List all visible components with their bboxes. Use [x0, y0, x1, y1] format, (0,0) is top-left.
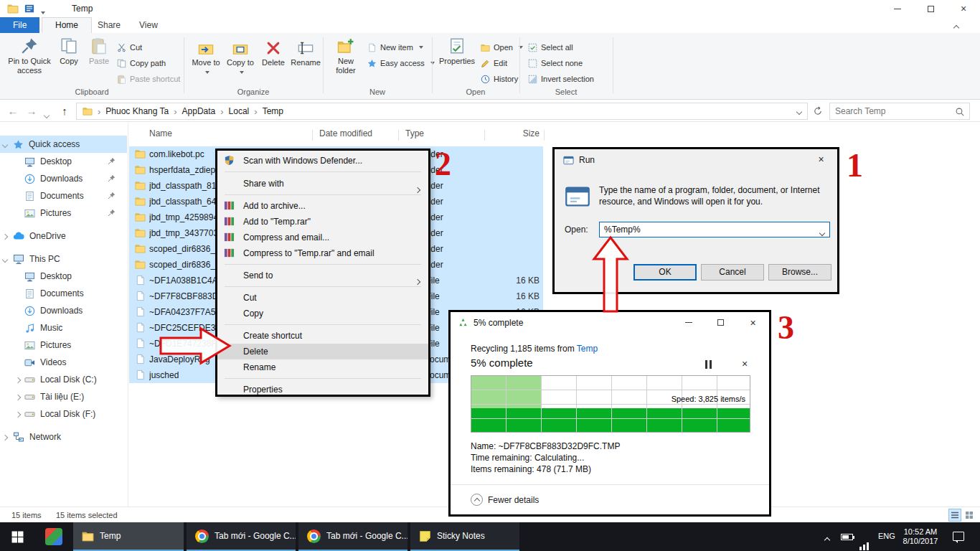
- sidebar-item-quick-access[interactable]: Quick access: [0, 136, 127, 153]
- run-command-combobox[interactable]: [599, 222, 830, 237]
- breadcrumb-segment[interactable]: AppData: [182, 106, 216, 116]
- sidebar-item-network[interactable]: Network: [0, 428, 127, 446]
- cut-button[interactable]: Cut: [117, 40, 142, 55]
- new-item-button[interactable]: New item: [367, 40, 423, 55]
- sidebar-item-pc-downloads[interactable]: Downloads: [0, 302, 127, 319]
- breadcrumb-segment[interactable]: Temp: [263, 106, 283, 116]
- menu-item-share-with[interactable]: Share with: [217, 176, 428, 192]
- sidebar-item-downloads[interactable]: Downloads: [0, 170, 127, 187]
- column-header-name[interactable]: Name: [149, 128, 172, 138]
- menu-item-delete[interactable]: Delete: [217, 344, 428, 359]
- forward-button[interactable]: →: [23, 103, 40, 120]
- clock[interactable]: 10:52 AM 8/10/2017: [897, 527, 944, 546]
- cancel-button[interactable]: Cancel: [701, 264, 764, 281]
- chevron-right-icon[interactable]: [16, 392, 20, 402]
- column-divider[interactable]: [398, 130, 399, 141]
- edit-button[interactable]: Edit: [481, 56, 507, 70]
- sidebar-item-music[interactable]: Music: [0, 319, 127, 336]
- history-button[interactable]: History: [481, 72, 518, 86]
- run-command-input[interactable]: [600, 222, 809, 237]
- fewer-details-toggle[interactable]: Fewer details: [488, 495, 539, 505]
- taskbar-pinned-app-button[interactable]: [37, 522, 70, 551]
- search-input[interactable]: [830, 103, 951, 119]
- tab-view[interactable]: View: [126, 17, 171, 33]
- menu-item-compress-email[interactable]: Compress and email...: [217, 230, 428, 245]
- sidebar-item-disk-e[interactable]: Tài liệu (E:): [0, 388, 127, 405]
- collapse-ribbon-icon[interactable]: [954, 22, 958, 32]
- breadcrumb-segment[interactable]: Local: [229, 106, 250, 116]
- new-folder-button[interactable]: New folder: [329, 36, 363, 75]
- details-view-toggle[interactable]: [948, 509, 961, 522]
- move-to-button[interactable]: Move to: [189, 39, 222, 77]
- menu-item-create-shortcut[interactable]: Create shortcut: [217, 328, 428, 344]
- progress-close-button[interactable]: ×: [737, 312, 769, 333]
- tray-chevron-up-icon[interactable]: [825, 534, 829, 545]
- paste-shortcut-button[interactable]: Paste shortcut: [117, 72, 180, 86]
- refresh-button[interactable]: [809, 103, 826, 120]
- breadcrumb[interactable]: › Phuoc Khang Ta › AppData › Local › Tem…: [76, 103, 808, 120]
- sidebar-item-disk-f[interactable]: Local Disk (F:): [0, 405, 127, 423]
- network-signal-icon[interactable]: [859, 540, 870, 550]
- address-dropdown-caret[interactable]: [797, 106, 801, 116]
- back-button[interactable]: ←: [4, 103, 22, 120]
- progress-minimize-button[interactable]: [672, 312, 705, 333]
- thumbnails-view-toggle[interactable]: [963, 509, 976, 522]
- invert-selection-button[interactable]: Invert selection: [528, 72, 594, 86]
- menu-item-properties[interactable]: Properties: [217, 382, 428, 397]
- sidebar-item-this-pc[interactable]: This PC: [0, 250, 127, 268]
- menu-item-cut[interactable]: Cut: [217, 290, 428, 306]
- cancel-operation-button[interactable]: ×: [739, 358, 750, 369]
- menu-item-add-to-archive[interactable]: Add to archive...: [217, 198, 428, 214]
- action-center-icon[interactable]: [953, 532, 964, 541]
- column-header-size[interactable]: Size: [494, 128, 540, 138]
- column-divider[interactable]: [544, 130, 545, 141]
- run-close-button[interactable]: ×: [805, 149, 837, 169]
- search-box[interactable]: [829, 103, 970, 120]
- sidebar-item-pc-pictures[interactable]: Pictures: [0, 336, 127, 354]
- breadcrumb-segment[interactable]: Phuoc Khang Ta: [105, 106, 169, 116]
- language-indicator[interactable]: ENG: [878, 532, 895, 540]
- copy-path-button[interactable]: Copy path: [117, 56, 166, 70]
- recent-locations-caret[interactable]: [44, 110, 49, 120]
- start-button[interactable]: [0, 522, 34, 551]
- browse-button[interactable]: Browse...: [768, 264, 831, 281]
- properties-button[interactable]: Properties: [438, 36, 476, 66]
- chevron-right-icon[interactable]: [3, 231, 7, 241]
- copy-to-button[interactable]: Copy to: [224, 39, 257, 77]
- sidebar-item-desktop[interactable]: Desktop: [0, 153, 127, 170]
- menu-item-scan-defender[interactable]: Scan with Windows Defender...: [217, 153, 428, 169]
- close-button[interactable]: ×: [947, 0, 980, 17]
- column-divider[interactable]: [312, 130, 313, 141]
- rename-button[interactable]: Rename: [290, 39, 321, 67]
- taskbar-button-explorer[interactable]: Temp: [73, 522, 184, 551]
- sidebar-item-pc-documents[interactable]: Documents: [0, 285, 127, 302]
- copy-button[interactable]: Copy: [55, 36, 83, 66]
- sidebar-item-documents[interactable]: Documents: [0, 187, 127, 204]
- menu-item-rename[interactable]: Rename: [217, 359, 428, 375]
- column-header-type[interactable]: Type: [405, 128, 424, 138]
- menu-item-copy[interactable]: Copy: [217, 306, 428, 321]
- menu-item-send-to[interactable]: Send to: [217, 268, 428, 283]
- ok-button[interactable]: OK: [633, 264, 697, 281]
- open-button[interactable]: Open: [481, 40, 523, 55]
- tab-file[interactable]: File: [0, 17, 39, 33]
- sidebar-item-pictures[interactable]: Pictures: [0, 204, 127, 222]
- taskbar-button-chrome-2[interactable]: Tab mới - Google C...: [298, 522, 407, 551]
- chevron-right-icon[interactable]: [3, 432, 7, 442]
- easy-access-button[interactable]: Easy access: [367, 56, 435, 70]
- taskbar-button-sticky-notes[interactable]: Sticky Notes: [410, 522, 519, 551]
- chevron-down-icon[interactable]: [3, 139, 7, 149]
- up-button[interactable]: ↑: [56, 103, 73, 120]
- chevron-right-icon[interactable]: [16, 409, 20, 419]
- sidebar-item-videos[interactable]: Videos: [0, 354, 127, 371]
- column-header-date-modified[interactable]: Date modified: [319, 128, 372, 138]
- menu-item-add-to-temp-rar[interactable]: Add to "Temp.rar": [217, 214, 428, 230]
- qat-dropdown-caret[interactable]: [39, 7, 45, 17]
- select-all-button[interactable]: Select all: [528, 40, 573, 55]
- quick-access-toolbar-icon[interactable]: [24, 4, 34, 14]
- sidebar-item-disk-c[interactable]: Local Disk (C:): [0, 371, 127, 388]
- select-none-button[interactable]: Select none: [528, 56, 583, 70]
- battery-icon[interactable]: [841, 534, 853, 540]
- pin-to-quick-access-button[interactable]: Pin to Quick access: [6, 36, 53, 75]
- chevron-down-icon[interactable]: [3, 254, 7, 264]
